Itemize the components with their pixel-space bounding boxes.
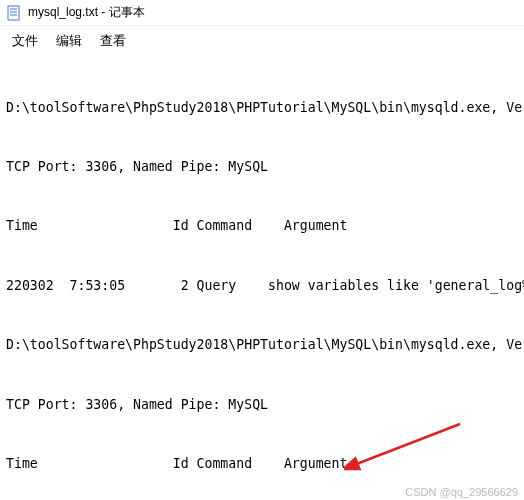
notepad-icon (6, 5, 22, 21)
log-line: Time Id Command Argument (6, 216, 518, 236)
menubar: 文件 编辑 查看 (0, 26, 524, 56)
svg-rect-0 (8, 6, 19, 20)
window-title: mysql_log.txt - 记事本 (28, 4, 145, 21)
text-content[interactable]: D:\toolSoftware\PhpStudy2018\PHPTutorial… (0, 56, 524, 500)
log-line: Time Id Command Argument (6, 454, 518, 474)
menu-file[interactable]: 文件 (12, 32, 38, 50)
watermark: CSDN @qq_29566629 (405, 486, 518, 498)
menu-view[interactable]: 查看 (100, 32, 126, 50)
log-line: TCP Port: 3306, Named Pipe: MySQL (6, 157, 518, 177)
window-titlebar: mysql_log.txt - 记事本 (0, 0, 524, 26)
log-line: 220302 7:53:05 2 Query show variables li… (6, 276, 518, 296)
log-line: D:\toolSoftware\PhpStudy2018\PHPTutorial… (6, 335, 518, 355)
menu-edit[interactable]: 编辑 (56, 32, 82, 50)
log-line: TCP Port: 3306, Named Pipe: MySQL (6, 395, 518, 415)
log-line: D:\toolSoftware\PhpStudy2018\PHPTutorial… (6, 98, 518, 118)
